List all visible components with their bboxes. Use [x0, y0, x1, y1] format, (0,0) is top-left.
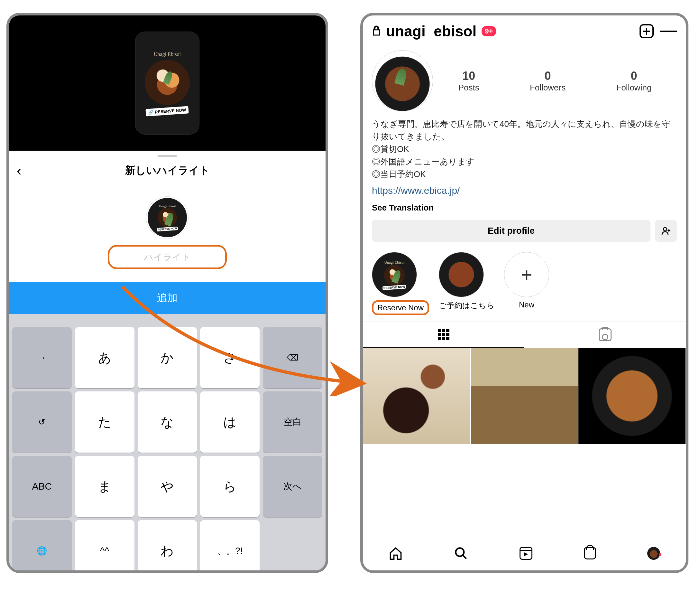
create-button[interactable]: [638, 23, 655, 40]
stat-following[interactable]: 0 Following: [616, 69, 652, 93]
key-wa[interactable]: わ: [138, 520, 197, 573]
svg-point-0: [663, 227, 667, 231]
key-sa[interactable]: さ: [200, 327, 259, 388]
back-icon[interactable]: ‹: [17, 163, 21, 178]
food-image: [158, 208, 177, 227]
key-next[interactable]: 次へ: [263, 456, 322, 517]
story-brand: Unagi Ebisol: [154, 52, 181, 57]
highlight-reserve-jp[interactable]: ご予約はこちら: [439, 252, 494, 311]
highlight-new[interactable]: + New: [504, 252, 549, 309]
avatar-icon: [647, 547, 660, 560]
profile-header: unagi_ebisol 9+: [363, 15, 686, 47]
username[interactable]: unagi_ebisol: [386, 22, 476, 40]
key-ta[interactable]: た: [75, 391, 135, 453]
tab-tagged[interactable]: [524, 322, 686, 348]
nav-search[interactable]: [454, 546, 468, 561]
key-punct[interactable]: 、。?!: [200, 520, 259, 573]
profile-tabs: [363, 322, 686, 348]
key-ra[interactable]: ら: [200, 456, 259, 517]
grid-icon: [438, 329, 449, 340]
feed-grid: [363, 348, 686, 444]
key-emoji[interactable]: ^^: [75, 520, 135, 573]
add-button[interactable]: 追加: [9, 282, 325, 314]
food-image: [145, 60, 190, 105]
bio-line: ◎当日予約OK: [372, 168, 677, 181]
feed-post[interactable]: [578, 348, 686, 444]
bio-link[interactable]: https://www.ebica.jp/: [372, 183, 677, 198]
keyboard: → あ か さ ⌫ ↺ た な は 空白 ABC ま や ら 次へ 🌐 ^^ わ…: [9, 314, 325, 573]
nav-shop[interactable]: [584, 547, 596, 560]
phone-left: Unagi Ebisol 🔗 RESERVE NOW ‹ 新しいハイライト Un…: [6, 13, 328, 573]
profile-avatar[interactable]: [372, 50, 433, 111]
food-image: [384, 265, 405, 285]
key-backspace[interactable]: ⌫: [263, 327, 322, 388]
edit-profile-button[interactable]: Edit profile: [372, 220, 650, 242]
bio: うなぎ専門。恵比寿で店を開いて40年。地元の人々に支えられ、自慢の味を守り抜いて…: [363, 118, 686, 198]
tab-grid[interactable]: [363, 322, 524, 348]
notification-badge: 9+: [482, 26, 496, 37]
key-abc[interactable]: ABC: [12, 456, 72, 517]
plus-icon: +: [521, 264, 532, 286]
nav-profile[interactable]: [647, 547, 660, 560]
phone-right: unagi_ebisol 9+ 10 Posts 0 Followers 0 F…: [360, 13, 688, 573]
svg-point-1: [456, 548, 464, 556]
cover-brand: Unagi Ebisol: [159, 204, 176, 208]
highlight-cover-thumb[interactable]: Unagi Ebisol RESERVE NOW: [146, 197, 188, 239]
plus-icon: [639, 24, 654, 38]
stat-posts[interactable]: 10 Posts: [458, 69, 479, 93]
key-a[interactable]: あ: [75, 327, 135, 388]
menu-button[interactable]: [660, 23, 677, 40]
discover-people-button[interactable]: [655, 220, 677, 242]
key-na[interactable]: な: [138, 391, 197, 453]
sheet-title: 新しいハイライト: [17, 163, 318, 178]
nav-reels[interactable]: [520, 547, 532, 560]
key-ma[interactable]: ま: [75, 456, 135, 517]
story-card: Unagi Ebisol 🔗 RESERVE NOW: [135, 31, 200, 135]
key-ha[interactable]: は: [200, 391, 259, 453]
feed-post[interactable]: [363, 348, 471, 444]
bio-line: ◎外国語メニューあります: [372, 155, 677, 168]
notification-dot-icon: [659, 553, 662, 556]
highlight-label: New: [504, 300, 549, 309]
key-ya[interactable]: や: [138, 456, 197, 517]
tagged-icon: [599, 328, 612, 341]
key-arrow[interactable]: →: [12, 327, 72, 388]
story-preview-area: Unagi Ebisol 🔗 RESERVE NOW: [9, 15, 325, 151]
feed-post[interactable]: [471, 348, 578, 444]
key-ka[interactable]: か: [138, 327, 197, 388]
link-icon: 🔗: [148, 110, 154, 115]
nav-home[interactable]: [389, 546, 403, 561]
highlight-reserve-now[interactable]: Unagi Ebisol RESERVE NOW Reserve Now: [372, 252, 429, 315]
stats-row: 10 Posts 0 Followers 0 Following: [363, 47, 686, 118]
highlight-name-input[interactable]: ハイライト: [108, 245, 227, 269]
sheet-header: ‹ 新しいハイライト: [9, 157, 325, 187]
key-undo[interactable]: ↺: [12, 391, 72, 453]
reserve-now-tag: RESERVE NOW: [157, 226, 178, 232]
lock-icon: [372, 25, 381, 37]
bottom-nav: [363, 536, 686, 571]
stat-followers[interactable]: 0 Followers: [530, 69, 565, 93]
bio-line: ◎貸切OK: [372, 143, 677, 155]
highlight-label: Reserve Now: [372, 300, 429, 315]
see-translation-button[interactable]: See Translation: [363, 198, 686, 220]
bio-line: うなぎ専門。恵比寿で店を開いて40年。地元の人々に支えられ、自慢の味を守り抜いて…: [372, 118, 677, 143]
reserve-tag-text: RESERVE NOW: [155, 107, 186, 114]
reserve-now-tag: 🔗 RESERVE NOW: [146, 106, 189, 116]
highlights-row: Unagi Ebisol RESERVE NOW Reserve Now ご予約…: [363, 250, 686, 322]
highlight-label: ご予約はこちら: [439, 300, 494, 311]
key-space[interactable]: 空白: [263, 391, 322, 453]
key-globe[interactable]: 🌐: [12, 520, 72, 573]
